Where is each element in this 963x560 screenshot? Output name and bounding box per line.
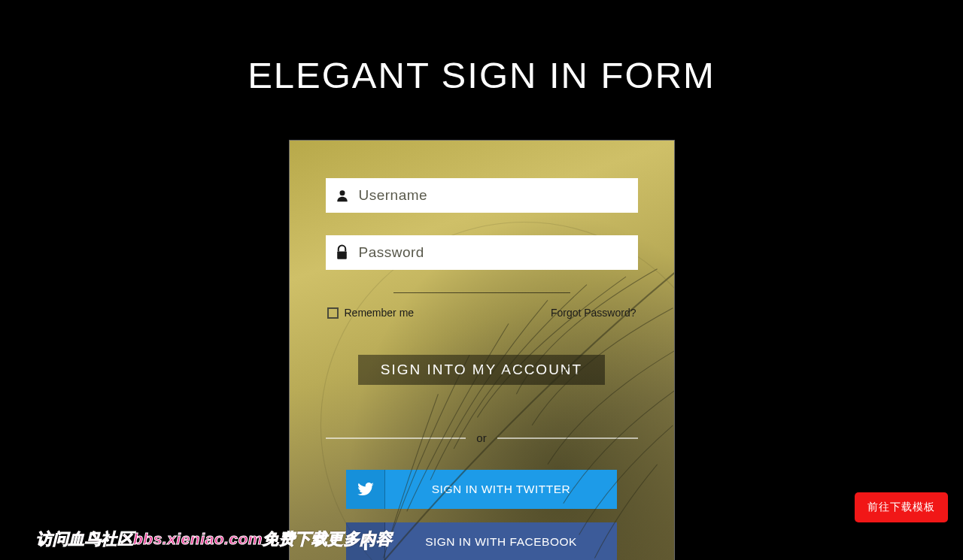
or-divider: or <box>326 431 638 444</box>
svg-point-0 <box>320 222 675 560</box>
divider <box>393 292 570 293</box>
signin-card: Remember me Forgot Password? SIGN INTO M… <box>289 140 675 560</box>
twitter-label: SIGN IN WITH TWITTER <box>385 470 617 509</box>
signin-button[interactable]: SIGN INTO MY ACCOUNT <box>358 355 605 385</box>
forgot-password-link[interactable]: Forgot Password? <box>551 307 636 319</box>
remember-me[interactable]: Remember me <box>327 307 415 319</box>
svg-rect-2 <box>337 251 347 259</box>
twitter-icon <box>346 470 385 509</box>
watermark-text: 访问血鸟社区bbs.xieniao.com免费下载更多内容 <box>36 528 392 549</box>
page-title: ELEGANT SIGN IN FORM <box>0 54 963 96</box>
or-label: or <box>476 431 486 444</box>
checkbox-icon <box>327 307 339 319</box>
svg-point-1 <box>339 190 345 195</box>
options-row: Remember me Forgot Password? <box>326 307 638 319</box>
username-field <box>326 178 638 213</box>
user-icon <box>326 188 359 203</box>
download-template-button[interactable]: 前往下载模板 <box>855 492 948 522</box>
lock-icon <box>326 244 359 261</box>
password-input[interactable] <box>359 235 638 270</box>
twitter-signin-button[interactable]: SIGN IN WITH TWITTER <box>346 470 617 509</box>
username-input[interactable] <box>359 178 638 213</box>
facebook-label: SIGN IN WITH FACEBOOK <box>385 522 617 560</box>
password-field <box>326 235 638 270</box>
remember-label: Remember me <box>345 307 415 319</box>
